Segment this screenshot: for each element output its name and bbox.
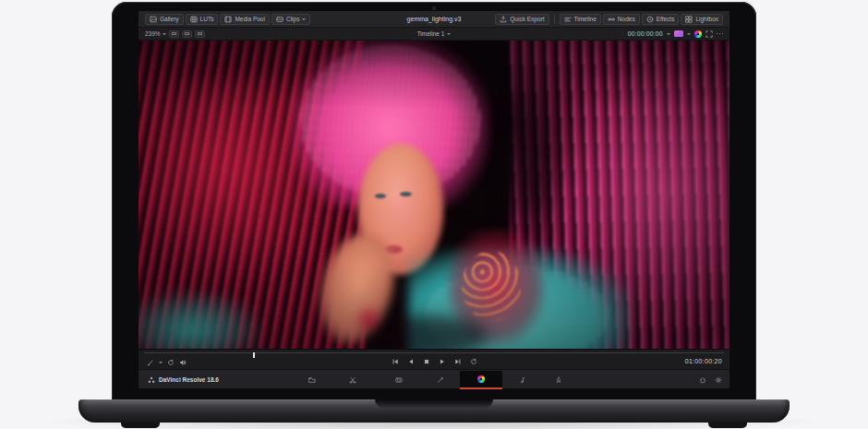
viewer [139,41,729,349]
color-page-icon [477,375,485,383]
fairlight-page-icon [518,376,525,384]
page-bar: DaVinci Resolve 18.6 [139,369,729,388]
monitor-output-icon[interactable] [674,30,683,37]
webcam-icon [432,6,436,10]
viewer-toolbar-right: 00:00:00:00 [628,30,723,38]
chevron-down-icon [163,33,166,35]
page-edit[interactable] [390,370,408,389]
viewer-image [139,41,729,349]
lightbox-button[interactable]: Lightbox [681,14,723,25]
timeline-icon [564,16,572,23]
app-branding: DaVinci Resolve 18.6 [148,370,219,389]
gallery-button[interactable]: Gallery [145,14,184,25]
nodes-icon [608,16,615,23]
laptop-base [78,399,790,423]
zoom-select[interactable]: 239% [145,30,166,37]
timeline-scrubber[interactable] [144,352,724,353]
luts-icon [190,16,198,23]
luts-button[interactable]: LUTs [186,14,219,25]
split-screen-icon [185,32,189,35]
more-icon[interactable] [717,33,723,34]
nodes-button[interactable]: Nodes [603,14,640,25]
stop-button[interactable] [423,358,430,365]
wipe-mode-icon [172,32,176,35]
quick-export-label: Quick Export [510,16,544,22]
app-version: DaVinci Resolve 18.6 [159,376,219,383]
quick-export-icon [500,16,507,23]
color-wheel-icon[interactable] [694,30,702,38]
nodes-label: Nodes [618,16,635,22]
cut-page-icon [349,376,356,384]
viewer-toolbar: 239% Timeline 1 00:00:00:00 [139,28,729,41]
effects-icon [646,16,654,23]
chevron-down-icon [447,33,451,35]
bypass-icon [198,32,202,35]
page-color-active[interactable] [460,371,502,389]
chevron-down-icon [667,33,670,35]
davinci-resolve-logo-icon [148,376,155,384]
loop-playback-button[interactable] [470,358,477,365]
expand-icon[interactable] [705,30,713,38]
gallery-label: Gallery [160,16,179,22]
effects-label: Effects [657,16,675,22]
toolbar-left-group: Gallery LUTs Media Pool Clips [145,14,310,25]
quick-export-button[interactable]: Quick Export [495,14,549,25]
deliver-page-icon [555,376,562,384]
transport-bar: 01:00:00:20 [139,349,729,369]
play-button[interactable] [439,358,446,365]
chevron-down-icon [302,18,306,20]
clips-label: Clips [286,16,299,22]
media-pool-icon [224,16,232,23]
effects-button[interactable]: Effects [642,14,680,25]
page-fairlight[interactable] [512,370,531,389]
viewer-option-button-3[interactable] [195,30,205,38]
laptop-screen: Gallery LUTs Media Pool Clips gemma_ligh… [112,2,756,400]
media-pool-button[interactable]: Media Pool [220,14,270,25]
skip-forward-button[interactable] [454,358,462,365]
zoom-level: 239% [145,30,161,37]
edit-page-icon [395,376,403,384]
media-page-icon [308,376,316,384]
lightbox-label: Lightbox [695,16,718,22]
top-toolbar: Gallery LUTs Media Pool Clips gemma_ligh… [139,11,729,28]
lid-lift-notch [375,399,493,408]
toolbar-divider [554,15,555,24]
luts-label: LUTs [200,16,214,22]
fusion-page-icon [437,376,444,384]
play-reverse-button[interactable] [407,358,415,365]
chevron-down-icon [687,33,691,35]
page-deliver[interactable] [549,370,568,389]
timeline-label: Timeline [574,16,597,22]
media-pool-label: Media Pool [235,16,265,22]
home-icon[interactable] [699,376,706,384]
viewer-option-button-2[interactable] [182,30,192,38]
clips-icon [276,16,283,23]
viewer-option-button-1[interactable] [169,30,179,38]
lightbox-icon [685,16,693,23]
gallery-icon [150,16,157,23]
skip-back-button[interactable] [392,358,399,365]
page-media[interactable] [303,370,321,389]
record-timecode[interactable]: 01:00:00:20 [685,358,722,364]
timeline-selector-label: Timeline 1 [417,30,445,37]
source-timecode[interactable]: 00:00:00:00 [628,30,663,37]
davinci-resolve-window: Gallery LUTs Media Pool Clips gemma_ligh… [139,11,729,388]
timeline-button[interactable]: Timeline [560,14,601,25]
clips-button[interactable]: Clips [271,14,310,25]
page-bar-right [699,370,722,389]
transport-controls [139,358,729,365]
settings-icon[interactable] [715,376,722,384]
page-cut[interactable] [344,370,362,389]
toolbar-right-group: Quick Export Timeline Nodes Effects [495,14,723,25]
page-fusion[interactable] [431,370,450,389]
